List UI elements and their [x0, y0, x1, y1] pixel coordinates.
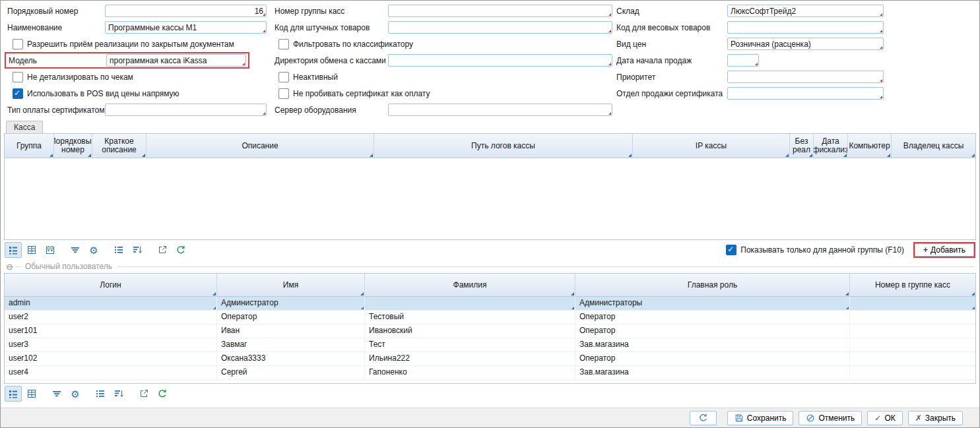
users-col-role[interactable]: Главная роль: [575, 274, 850, 296]
exchange-dir-label: Директория обмена с кассами: [272, 56, 388, 65]
serial-field: [105, 5, 267, 17]
priority-label: Приоритет: [614, 73, 727, 82]
plus-icon: +: [923, 245, 928, 255]
refresh-icon[interactable]: [154, 386, 171, 402]
open-external-icon[interactable]: [135, 386, 152, 402]
equipment-server-input[interactable]: [389, 104, 612, 115]
users-col-surname[interactable]: Фамилия: [365, 274, 575, 296]
cash-col-no-real[interactable]: Без реал: [790, 134, 814, 158]
cash-table-body-empty[interactable]: [5, 158, 975, 239]
cash-col-computer[interactable]: Компьютер: [848, 134, 892, 158]
filter-classifier-checkbox[interactable]: [278, 39, 289, 49]
sort-list-icon[interactable]: [129, 242, 146, 258]
cash-col-group[interactable]: Группа: [5, 134, 54, 158]
pos-price-label: Использовать в POS вид цены напрямую: [27, 89, 180, 98]
calendar-icon[interactable]: [42, 242, 59, 258]
price-type-input[interactable]: [728, 38, 883, 49]
cash-col-serial[interactable]: Порядковый номер: [54, 134, 92, 158]
group-number-input[interactable]: [389, 5, 612, 16]
form-row-1: Порядковый номер Номер группы касс Склад: [5, 3, 975, 19]
allow-closed-checkbox[interactable]: [13, 39, 23, 49]
refresh-icon: [698, 413, 708, 423]
table-row[interactable]: admin Администратор Администраторы: [5, 297, 975, 311]
cert-dept-input[interactable]: [728, 88, 883, 99]
no-detail-checkbox[interactable]: [13, 72, 23, 82]
cert-payment-type-field: [105, 104, 267, 116]
weight-code-input[interactable]: [728, 22, 883, 33]
priority-input[interactable]: [728, 71, 883, 82]
collapse-icon[interactable]: ⊖: [6, 262, 13, 271]
table-row[interactable]: user2 Оператор Тестовый Оператор: [5, 311, 975, 324]
form-row-3: Разрешить приём реализации по закрытым д…: [5, 36, 975, 52]
sales-start-input[interactable]: [728, 55, 758, 66]
gear-icon[interactable]: ⚙: [85, 242, 102, 258]
cash-col-ip[interactable]: IP кассы: [633, 134, 790, 158]
ok-button[interactable]: ✓ОК: [867, 411, 902, 425]
model-input[interactable]: [107, 55, 245, 66]
cancel-button[interactable]: Отменить: [799, 411, 862, 425]
inactive-label: Неактивный: [293, 73, 338, 82]
table-row[interactable]: user101 Иван Ивановский Оператор: [5, 324, 975, 338]
filter-icon[interactable]: [67, 242, 84, 258]
numbered-list-icon[interactable]: [92, 386, 109, 402]
table-row[interactable]: user102 Оксана3333 Ильина222 Оператор: [5, 352, 975, 366]
refresh-button[interactable]: [690, 411, 717, 425]
cash-table: Группа Порядковый номер Краткое описание…: [4, 133, 976, 240]
no-cert-payment-checkbox[interactable]: [278, 88, 289, 99]
warehouse-field: [727, 5, 884, 17]
users-col-name[interactable]: Имя: [217, 274, 365, 296]
users-toolbar: ⚙: [1, 384, 979, 404]
allow-closed-label: Разрешить приём реализации по закрытым д…: [27, 40, 234, 49]
numbered-list-icon[interactable]: [110, 242, 127, 258]
form-row-5: Не детализировать по чекам Неактивный Пр…: [5, 69, 975, 85]
gear-icon[interactable]: ⚙: [67, 386, 84, 402]
exchange-dir-input[interactable]: [389, 55, 612, 66]
tab-kassa[interactable]: Касса: [6, 121, 43, 133]
cash-col-log-path[interactable]: Путь логов кассы: [374, 134, 633, 158]
cash-col-desc[interactable]: Описание: [147, 134, 374, 158]
users-table-header: Логин Имя Фамилия Главная роль Номер в г…: [5, 274, 975, 297]
view-list-icon[interactable]: [5, 386, 22, 402]
users-table: Логин Имя Фамилия Главная роль Номер в г…: [4, 273, 976, 384]
show-only-group-label: Показывать только для данной группы (F10…: [740, 245, 904, 255]
form-area: Порядковый номер Номер группы касс Склад…: [1, 1, 979, 118]
view-list-icon[interactable]: [5, 242, 22, 258]
cert-payment-type-label: Тип оплаты сертификатом: [5, 106, 105, 115]
inactive-checkbox[interactable]: [278, 72, 289, 82]
priority-field: [727, 71, 884, 83]
table-row[interactable]: user4 Сергей Гапоненко Зав.магазина: [5, 366, 975, 380]
warehouse-input[interactable]: [728, 5, 883, 16]
users-section-title: Обычный пользователь: [25, 262, 112, 271]
table-row[interactable]: user3 Завмаг Тест Зав.магазина: [5, 338, 975, 352]
filter-icon[interactable]: [48, 386, 65, 402]
save-button[interactable]: Сохранить: [727, 411, 794, 425]
form-row-7: Тип оплаты сертификатом Сервер оборудова…: [5, 102, 975, 118]
add-button[interactable]: +Добавить: [915, 243, 974, 257]
model-highlight-frame: Модель: [5, 52, 249, 69]
model-label: Модель: [6, 56, 106, 65]
cash-col-owner[interactable]: Владелец кассы: [892, 134, 975, 158]
pos-price-checkbox[interactable]: [13, 88, 23, 99]
close-button[interactable]: ✗Закрыть: [908, 411, 963, 425]
save-icon: [735, 413, 744, 423]
check-icon: ✓: [874, 413, 881, 423]
serial-input[interactable]: [106, 5, 266, 16]
add-button-highlight-frame: +Добавить: [913, 242, 975, 258]
sort-list-icon[interactable]: [110, 386, 127, 402]
weight-code-label: Код для весовых товаров: [614, 23, 727, 32]
cash-col-short-desc[interactable]: Краткое описание: [92, 134, 147, 158]
users-col-number[interactable]: Номер в группе касс: [850, 274, 975, 296]
group-number-field: [388, 5, 612, 17]
view-grid-icon[interactable]: [23, 386, 40, 402]
open-external-icon[interactable]: [154, 242, 171, 258]
name-input[interactable]: [106, 22, 266, 33]
users-col-login[interactable]: Логин: [5, 274, 217, 296]
view-grid-icon[interactable]: [23, 242, 40, 258]
refresh-icon[interactable]: [172, 242, 189, 258]
window: { "colors": { "accent": "#2e75b6", "high…: [0, 0, 980, 428]
cash-col-fiscal-date[interactable]: Дата фискализ: [814, 134, 848, 158]
users-section-header: ⊖ Обычный пользователь: [6, 262, 974, 271]
piece-code-input[interactable]: [389, 22, 612, 33]
show-only-group-checkbox[interactable]: [726, 245, 736, 255]
cert-payment-type-input[interactable]: [106, 104, 266, 115]
